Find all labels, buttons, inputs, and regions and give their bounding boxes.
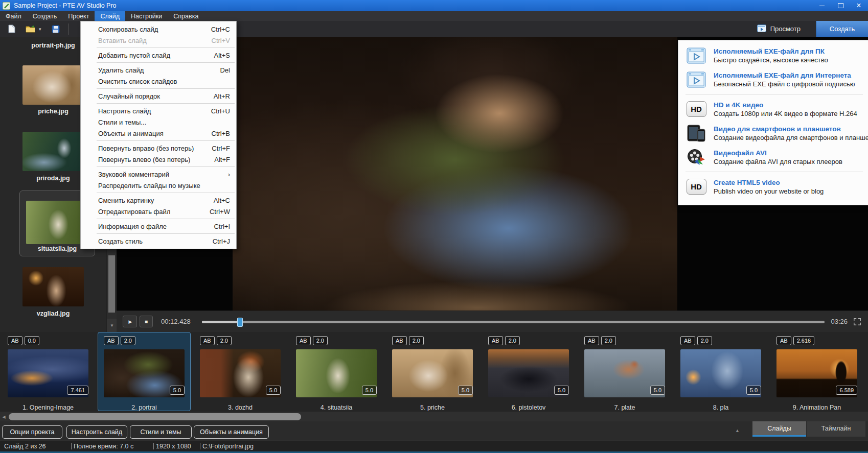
- slide-thumbnail[interactable]: 5.0: [392, 349, 473, 397]
- style-badge[interactable]: AB: [392, 336, 407, 345]
- file-thumbnail[interactable]: [26, 201, 88, 244]
- transition-badge[interactable]: 2.0: [601, 336, 616, 345]
- seek-track[interactable]: [202, 321, 825, 323]
- slide-thumbnail[interactable]: 5.0: [296, 349, 377, 397]
- slide-cell-8[interactable]: AB2.0 5.0 8. pla: [674, 332, 767, 411]
- play-button[interactable]: ▶: [123, 316, 137, 327]
- transition-badge[interactable]: 2.0: [313, 336, 328, 345]
- scroll-left-button[interactable]: ◀: [0, 412, 8, 422]
- open-folder-icon[interactable]: [26, 25, 36, 33]
- create-option-avi[interactable]: Видеофайл AVIСоздание файла AVI для стар…: [686, 145, 868, 169]
- menu-item-objects-animation[interactable]: Объекты и анимацияCtrl+B: [81, 128, 236, 139]
- menu-item-change-image[interactable]: Сменить картинкуAlt+C: [81, 195, 236, 206]
- strip-scrollbar[interactable]: ◀: [0, 411, 868, 422]
- menu-item-file-info[interactable]: Информация о файлеCtrl+I: [81, 221, 236, 232]
- objects-animation-button[interactable]: Объекты и анимация: [194, 425, 269, 439]
- menu-item-clear-slide-list[interactable]: Очистить список слайдов: [81, 76, 236, 87]
- menu-slide[interactable]: Слайд: [95, 11, 125, 21]
- slide-cell-9[interactable]: AB2.616 6.589 9. Animation Pan: [770, 332, 863, 411]
- style-badge[interactable]: AB: [488, 336, 503, 345]
- stop-button[interactable]: ■: [140, 316, 153, 327]
- seek-handle[interactable]: [237, 318, 243, 327]
- duration-badge[interactable]: 6.589: [836, 386, 857, 395]
- duration-badge[interactable]: 5.0: [554, 386, 569, 395]
- style-badge[interactable]: AB: [8, 336, 22, 345]
- slide-thumbnail[interactable]: 5.0: [584, 349, 665, 397]
- create-option-mobile-video[interactable]: Видео для смартфонов и планшетовСоздание…: [686, 121, 868, 145]
- slide-cell-6[interactable]: AB2.0 5.0 6. pistoletov: [482, 332, 575, 411]
- transition-badge[interactable]: 0.0: [25, 336, 39, 345]
- seek-slider[interactable]: [202, 317, 825, 326]
- save-icon[interactable]: [52, 25, 60, 33]
- menu-item-customize-slide[interactable]: Настроить слайдCtrl+U: [81, 105, 236, 116]
- menu-item-distribute-slides[interactable]: Распределить слайды по музыке: [81, 180, 236, 191]
- project-options-button[interactable]: Опции проекта: [2, 425, 62, 439]
- style-badge[interactable]: AB: [104, 336, 119, 345]
- duration-badge[interactable]: 5.0: [362, 386, 377, 395]
- customize-slide-button[interactable]: Настроить слайд: [66, 425, 127, 439]
- duration-badge[interactable]: 5.0: [458, 386, 473, 395]
- slide-cell-3[interactable]: AB2.0 5.0 3. dozhd: [194, 332, 287, 411]
- styles-themes-button[interactable]: Стили и темы: [130, 425, 192, 439]
- new-project-icon[interactable]: [8, 25, 15, 33]
- style-badge[interactable]: AB: [584, 336, 599, 345]
- file-name[interactable]: vzgliad.jpg: [0, 310, 106, 317]
- duration-badge[interactable]: 5.0: [170, 386, 185, 395]
- slide-thumbnail[interactable]: 7.461: [8, 349, 88, 397]
- file-thumbnail[interactable]: [22, 65, 84, 105]
- create-option-exe-pc[interactable]: Исполняемый EXE-файл для ПКБыстро создаё…: [686, 43, 868, 67]
- tab-timeline[interactable]: Таймлайн: [807, 421, 865, 437]
- create-button[interactable]: Создать: [816, 21, 868, 37]
- create-option-exe-internet[interactable]: Исполняемый EXE-файл для ИнтернетаБезопа…: [686, 67, 868, 91]
- duration-badge[interactable]: 7.461: [67, 386, 88, 395]
- menu-file[interactable]: Файл: [0, 11, 27, 21]
- transition-badge[interactable]: 2.0: [697, 336, 712, 345]
- slide-thumbnail[interactable]: 5.0: [200, 349, 281, 397]
- menu-item-copy-slide[interactable]: Скопировать слайдCtrl+C: [81, 23, 236, 35]
- file-thumbnail[interactable]: [22, 132, 84, 171]
- transition-badge[interactable]: 2.0: [217, 336, 232, 345]
- minimize-button[interactable]: [813, 0, 831, 11]
- slide-thumbnail[interactable]: 5.0: [104, 349, 185, 397]
- slide-cell-5[interactable]: AB2.0 5.0 5. priche: [386, 332, 479, 411]
- create-option-hd-4k[interactable]: HD HD и 4K видеоСоздать 1080p или 4K вид…: [686, 97, 868, 121]
- close-button[interactable]: ×: [850, 0, 868, 11]
- slide-cell-1[interactable]: AB0.0 7.461 1. Opening-Image: [2, 332, 95, 411]
- duration-badge[interactable]: 5.0: [746, 386, 761, 395]
- style-badge[interactable]: AB: [296, 336, 311, 345]
- panel-up-icon[interactable]: ▲: [735, 428, 740, 433]
- menu-item-styles-themes[interactable]: Стили и темы...: [81, 116, 236, 128]
- slide-cell-2-selected[interactable]: AB2.0 5.0 2. portrai: [98, 332, 191, 411]
- menu-item-audio-comment[interactable]: Звуковой комментарий›: [81, 169, 236, 180]
- menu-item-random-order[interactable]: Случайный порядокAlt+R: [81, 90, 236, 102]
- style-badge[interactable]: AB: [776, 336, 791, 345]
- create-option-html5[interactable]: HD Create HTML5 videoPublish video on yo…: [686, 175, 868, 199]
- menu-settings[interactable]: Настройки: [125, 11, 168, 21]
- tab-slides[interactable]: Слайды: [752, 421, 806, 437]
- scrollbar-thumb[interactable]: [108, 255, 115, 313]
- menu-item-rotate-right[interactable]: Повернуть вправо (без потерь)Ctrl+F: [81, 142, 236, 154]
- scrollbar-thumb[interactable]: [9, 413, 301, 420]
- slide-thumbnail[interactable]: 6.589: [776, 349, 857, 397]
- menu-create[interactable]: Создать: [27, 11, 63, 21]
- fullscreen-icon[interactable]: [853, 318, 862, 326]
- menu-item-create-style[interactable]: Создать стильCtrl+J: [81, 235, 236, 247]
- menu-project[interactable]: Проект: [62, 11, 95, 21]
- slide-cell-4[interactable]: AB2.0 5.0 4. situatsiia: [290, 332, 383, 411]
- open-dropdown-caret-icon[interactable]: ▾: [39, 27, 41, 32]
- menu-item-delete-slide[interactable]: Удалить слайдDel: [81, 64, 236, 76]
- slide-cell-7[interactable]: AB2.0 5.0 7. plate: [578, 332, 671, 411]
- menu-item-add-blank-slide[interactable]: Добавить пустой слайдAlt+S: [81, 50, 236, 61]
- style-badge[interactable]: AB: [680, 336, 695, 345]
- menu-item-edit-file[interactable]: Отредактировать файлCtrl+W: [81, 206, 236, 217]
- maximize-button[interactable]: [831, 0, 850, 11]
- transition-badge[interactable]: 2.616: [793, 336, 815, 345]
- preview-button[interactable]: Просмотр: [757, 25, 801, 34]
- scroll-down-button[interactable]: ▼: [107, 319, 117, 332]
- transition-badge[interactable]: 2.0: [409, 336, 424, 345]
- menu-help[interactable]: Справка: [168, 11, 204, 21]
- duration-badge[interactable]: 5.0: [266, 386, 281, 395]
- style-badge[interactable]: AB: [200, 336, 215, 345]
- menu-item-paste-slide[interactable]: Вставить слайдCtrl+V: [81, 35, 236, 46]
- transition-badge[interactable]: 2.0: [121, 336, 135, 345]
